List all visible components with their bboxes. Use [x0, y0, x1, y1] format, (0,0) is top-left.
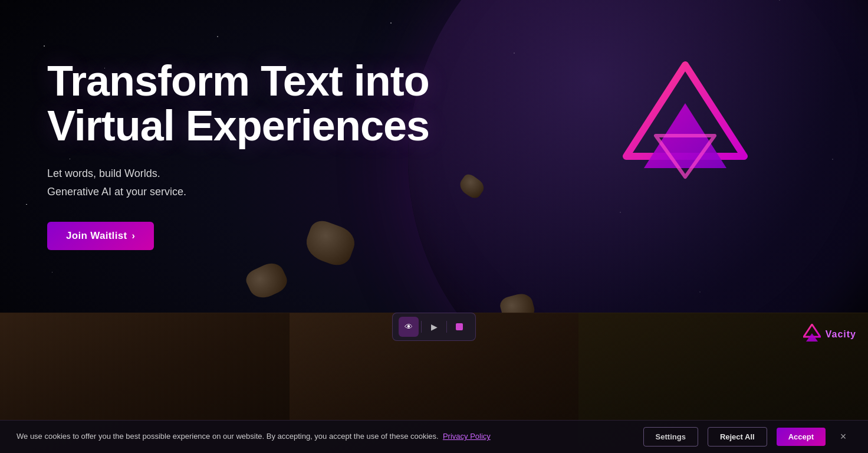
stop-control-button[interactable]	[449, 317, 469, 337]
control-divider-1	[421, 321, 422, 333]
headline-line2: Virtual Experiences	[47, 104, 429, 149]
stop-icon	[456, 323, 463, 330]
join-waitlist-button[interactable]: Join Waitlist ›	[47, 222, 154, 250]
main-content: Transform Text into Virtual Experiences …	[47, 59, 429, 250]
accept-button[interactable]: Accept	[777, 428, 826, 446]
controls-bar: 👁 ▶	[392, 313, 476, 341]
star-10	[26, 204, 27, 205]
settings-button[interactable]: Settings	[643, 427, 698, 447]
cookie-banner: We use cookies to offer you the best pos…	[0, 420, 868, 453]
reject-all-button[interactable]: Reject All	[708, 427, 767, 447]
small-logo-text: Vacity	[826, 329, 856, 340]
star-2	[217, 36, 218, 37]
small-logo-container: Vacity	[803, 324, 856, 345]
main-logo	[620, 59, 750, 212]
subline1: Let words, build Worlds.	[47, 165, 429, 183]
control-divider-2	[446, 321, 447, 333]
cta-label: Join Waitlist	[66, 230, 127, 242]
star-11	[52, 272, 52, 273]
subline2: Generative AI at your service.	[47, 183, 429, 201]
star-4	[390, 22, 392, 24]
play-control-button[interactable]: ▶	[424, 317, 444, 337]
cookie-message: We use cookies to offer you the best pos…	[17, 431, 634, 442]
subheadline: Let words, build Worlds. Generative AI a…	[47, 165, 429, 201]
play-icon: ▶	[431, 322, 438, 331]
eye-control-button[interactable]: 👁	[399, 317, 419, 337]
eye-icon: 👁	[405, 322, 413, 331]
chevron-right-icon: ›	[131, 231, 135, 241]
star-0	[44, 45, 45, 47]
close-cookie-button[interactable]: ×	[835, 429, 851, 445]
privacy-policy-link[interactable]: Privacy Policy	[443, 432, 491, 441]
headline: Transform Text into Virtual Experiences	[47, 59, 429, 148]
headline-line1: Transform Text into	[47, 57, 429, 104]
